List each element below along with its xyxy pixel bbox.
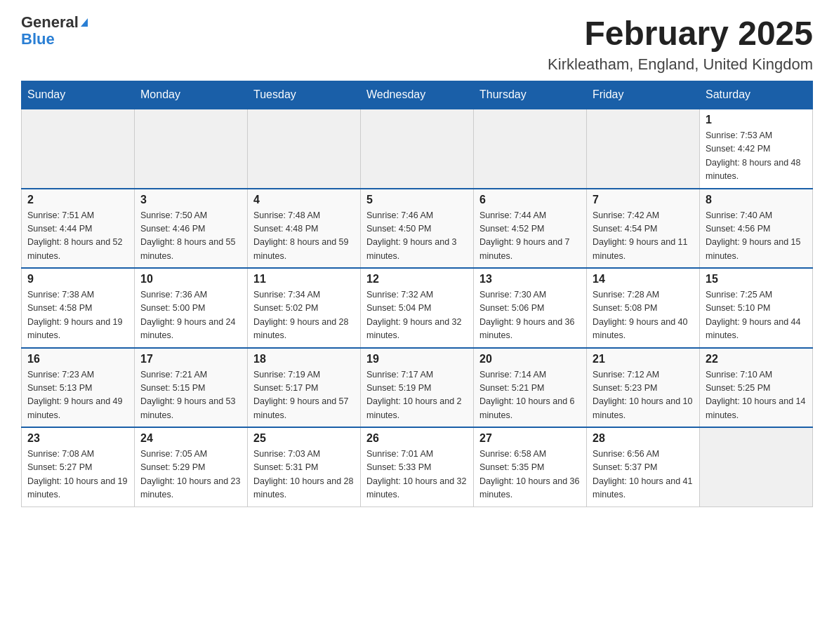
calendar-day-cell <box>361 109 474 189</box>
page-title: February 2025 <box>548 14 813 53</box>
day-info: Sunrise: 7:28 AM Sunset: 5:08 PM Dayligh… <box>593 288 694 343</box>
day-number: 23 <box>27 432 128 445</box>
day-info: Sunrise: 6:58 AM Sunset: 5:35 PM Dayligh… <box>479 448 581 502</box>
day-of-week-header: Tuesday <box>248 81 361 109</box>
day-info: Sunrise: 7:51 AM Sunset: 4:44 PM Dayligh… <box>27 209 128 264</box>
day-number: 24 <box>140 432 241 445</box>
day-info: Sunrise: 6:56 AM Sunset: 5:37 PM Dayligh… <box>593 448 694 502</box>
calendar-day-cell: 12Sunrise: 7:32 AM Sunset: 5:04 PM Dayli… <box>361 268 474 348</box>
day-info: Sunrise: 7:17 AM Sunset: 5:19 PM Dayligh… <box>366 368 468 423</box>
calendar-day-cell: 18Sunrise: 7:19 AM Sunset: 5:17 PM Dayli… <box>248 348 361 428</box>
calendar-header: SundayMondayTuesdayWednesdayThursdayFrid… <box>22 81 813 109</box>
calendar-day-cell: 1Sunrise: 7:53 AM Sunset: 4:42 PM Daylig… <box>700 109 813 189</box>
calendar-day-cell: 9Sunrise: 7:38 AM Sunset: 4:58 PM Daylig… <box>22 268 135 348</box>
day-number: 21 <box>593 353 694 365</box>
day-of-week-header: Friday <box>587 81 700 109</box>
calendar-day-cell: 23Sunrise: 7:08 AM Sunset: 5:27 PM Dayli… <box>22 427 135 507</box>
day-info: Sunrise: 7:10 AM Sunset: 5:25 PM Dayligh… <box>706 368 807 423</box>
day-info: Sunrise: 7:25 AM Sunset: 5:10 PM Dayligh… <box>706 288 807 343</box>
day-number: 14 <box>593 273 694 286</box>
day-info: Sunrise: 7:48 AM Sunset: 4:48 PM Dayligh… <box>253 209 355 264</box>
calendar-day-cell: 19Sunrise: 7:17 AM Sunset: 5:19 PM Dayli… <box>361 348 474 428</box>
calendar-table: SundayMondayTuesdayWednesdayThursdayFrid… <box>21 81 813 507</box>
day-number: 5 <box>366 194 468 206</box>
calendar-day-cell <box>587 109 700 189</box>
logo: General Blue <box>21 14 88 48</box>
day-number: 27 <box>479 432 581 445</box>
day-info: Sunrise: 7:46 AM Sunset: 4:50 PM Dayligh… <box>366 209 468 264</box>
day-number: 18 <box>253 353 355 365</box>
calendar-day-cell: 17Sunrise: 7:21 AM Sunset: 5:15 PM Dayli… <box>135 348 248 428</box>
calendar-day-cell: 28Sunrise: 6:56 AM Sunset: 5:37 PM Dayli… <box>587 427 700 507</box>
calendar-day-cell: 4Sunrise: 7:48 AM Sunset: 4:48 PM Daylig… <box>248 189 361 269</box>
day-number: 6 <box>479 194 581 206</box>
calendar-day-cell <box>248 109 361 189</box>
day-info: Sunrise: 7:19 AM Sunset: 5:17 PM Dayligh… <box>253 368 355 423</box>
day-info: Sunrise: 7:50 AM Sunset: 4:46 PM Dayligh… <box>140 209 241 264</box>
day-info: Sunrise: 7:12 AM Sunset: 5:23 PM Dayligh… <box>593 368 694 423</box>
day-number: 26 <box>366 432 468 445</box>
day-number: 20 <box>479 353 581 365</box>
day-info: Sunrise: 7:30 AM Sunset: 5:06 PM Dayligh… <box>479 288 581 343</box>
day-of-week-header: Thursday <box>474 81 587 109</box>
day-info: Sunrise: 7:44 AM Sunset: 4:52 PM Dayligh… <box>479 209 581 264</box>
day-info: Sunrise: 7:14 AM Sunset: 5:21 PM Dayligh… <box>479 368 581 423</box>
calendar-day-cell: 8Sunrise: 7:40 AM Sunset: 4:56 PM Daylig… <box>700 189 813 269</box>
calendar-day-cell: 15Sunrise: 7:25 AM Sunset: 5:10 PM Dayli… <box>700 268 813 348</box>
calendar-day-cell: 24Sunrise: 7:05 AM Sunset: 5:29 PM Dayli… <box>135 427 248 507</box>
calendar-day-cell: 20Sunrise: 7:14 AM Sunset: 5:21 PM Dayli… <box>474 348 587 428</box>
calendar-day-cell: 13Sunrise: 7:30 AM Sunset: 5:06 PM Dayli… <box>474 268 587 348</box>
calendar-day-cell: 22Sunrise: 7:10 AM Sunset: 5:25 PM Dayli… <box>700 348 813 428</box>
day-number: 10 <box>140 273 241 286</box>
calendar-day-cell: 11Sunrise: 7:34 AM Sunset: 5:02 PM Dayli… <box>248 268 361 348</box>
day-info: Sunrise: 7:36 AM Sunset: 5:00 PM Dayligh… <box>140 288 241 343</box>
day-of-week-header: Wednesday <box>361 81 474 109</box>
day-info: Sunrise: 7:40 AM Sunset: 4:56 PM Dayligh… <box>706 209 807 264</box>
calendar-day-cell <box>22 109 135 189</box>
calendar-day-cell: 25Sunrise: 7:03 AM Sunset: 5:31 PM Dayli… <box>248 427 361 507</box>
day-number: 22 <box>706 353 807 365</box>
calendar-week-row: 16Sunrise: 7:23 AM Sunset: 5:13 PM Dayli… <box>22 348 813 428</box>
day-number: 2 <box>27 194 128 206</box>
calendar-day-cell <box>700 427 813 507</box>
logo-general-text: General <box>21 14 79 31</box>
day-info: Sunrise: 7:01 AM Sunset: 5:33 PM Dayligh… <box>366 448 468 502</box>
calendar-day-cell: 27Sunrise: 6:58 AM Sunset: 5:35 PM Dayli… <box>474 427 587 507</box>
calendar-body: 1Sunrise: 7:53 AM Sunset: 4:42 PM Daylig… <box>22 109 813 507</box>
day-info: Sunrise: 7:03 AM Sunset: 5:31 PM Dayligh… <box>253 448 355 502</box>
calendar-week-row: 2Sunrise: 7:51 AM Sunset: 4:44 PM Daylig… <box>22 189 813 269</box>
day-of-week-header: Sunday <box>22 81 135 109</box>
calendar-day-cell: 26Sunrise: 7:01 AM Sunset: 5:33 PM Dayli… <box>361 427 474 507</box>
day-number: 9 <box>27 273 128 286</box>
day-number: 11 <box>253 273 355 286</box>
calendar-day-cell: 16Sunrise: 7:23 AM Sunset: 5:13 PM Dayli… <box>22 348 135 428</box>
calendar-day-cell: 14Sunrise: 7:28 AM Sunset: 5:08 PM Dayli… <box>587 268 700 348</box>
logo-blue-text: Blue <box>21 31 88 48</box>
day-number: 12 <box>366 273 468 286</box>
day-of-week-header: Saturday <box>700 81 813 109</box>
day-info: Sunrise: 7:34 AM Sunset: 5:02 PM Dayligh… <box>253 288 355 343</box>
day-number: 7 <box>593 194 694 206</box>
day-info: Sunrise: 7:05 AM Sunset: 5:29 PM Dayligh… <box>140 448 241 502</box>
title-section: February 2025 Kirkleatham, England, Unit… <box>548 14 813 74</box>
days-of-week-row: SundayMondayTuesdayWednesdayThursdayFrid… <box>22 81 813 109</box>
page-header: General Blue February 2025 Kirkleatham, … <box>21 14 813 74</box>
day-number: 19 <box>366 353 468 365</box>
day-number: 13 <box>479 273 581 286</box>
day-number: 4 <box>253 194 355 206</box>
day-number: 16 <box>27 353 128 365</box>
day-of-week-header: Monday <box>135 81 248 109</box>
day-info: Sunrise: 7:38 AM Sunset: 4:58 PM Dayligh… <box>27 288 128 343</box>
day-number: 3 <box>140 194 241 206</box>
day-number: 17 <box>140 353 241 365</box>
day-info: Sunrise: 7:23 AM Sunset: 5:13 PM Dayligh… <box>27 368 128 423</box>
day-number: 28 <box>593 432 694 445</box>
calendar-day-cell: 2Sunrise: 7:51 AM Sunset: 4:44 PM Daylig… <box>22 189 135 269</box>
calendar-day-cell: 21Sunrise: 7:12 AM Sunset: 5:23 PM Dayli… <box>587 348 700 428</box>
calendar-week-row: 9Sunrise: 7:38 AM Sunset: 4:58 PM Daylig… <box>22 268 813 348</box>
day-info: Sunrise: 7:21 AM Sunset: 5:15 PM Dayligh… <box>140 368 241 423</box>
calendar-day-cell <box>135 109 248 189</box>
day-info: Sunrise: 7:53 AM Sunset: 4:42 PM Dayligh… <box>706 129 807 184</box>
day-number: 15 <box>706 273 807 286</box>
calendar-day-cell <box>474 109 587 189</box>
